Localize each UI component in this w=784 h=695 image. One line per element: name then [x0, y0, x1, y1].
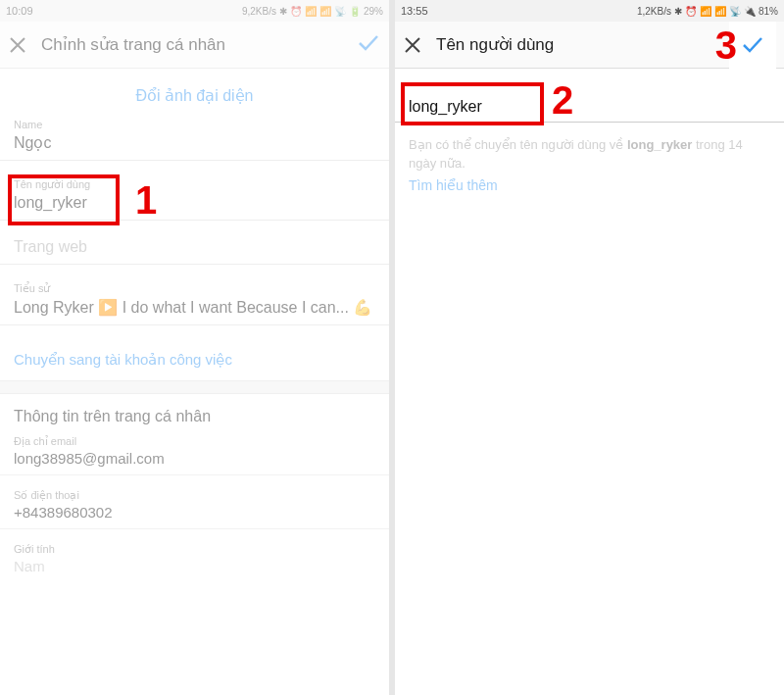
status-icons: ✱ ⏰ 📶 📶 📡 🔌 81% — [674, 6, 778, 17]
battery-pct: 29% — [364, 6, 383, 17]
status-speed: 9,2KB/s — [242, 6, 276, 17]
username-field[interactable]: Tên người dùng long_ryker — [0, 174, 389, 221]
page-title: Tên người dùng — [436, 34, 715, 55]
header-bar: Tên người dùng — [395, 22, 784, 69]
switch-business-link[interactable]: Chuyển sang tài khoản công việc — [0, 339, 389, 380]
helper-bold: long_ryker — [627, 137, 692, 152]
section-divider — [0, 380, 389, 394]
phone-value: +84389680302 — [14, 504, 375, 521]
phone-field[interactable]: Số điện thoại +84389680302 — [0, 485, 389, 529]
bluetooth-icon: ✱ — [674, 6, 682, 17]
dim-overlay — [395, 137, 784, 695]
gender-label: Giới tính — [14, 543, 375, 556]
email-value: long38985@gmail.com — [14, 450, 375, 467]
username-input-value: long_ryker — [409, 98, 770, 116]
name-value: Ngọc — [14, 133, 375, 152]
battery-charging-icon: 🔌 — [744, 6, 756, 17]
header-bar: Chỉnh sửa trang cá nhân — [0, 22, 389, 69]
page-title: Chỉnh sửa trang cá nhân — [41, 34, 342, 55]
alarm-icon: ⏰ — [290, 6, 302, 17]
signal-icon: 📶 — [700, 6, 711, 17]
gender-value: Nam — [14, 558, 375, 574]
learn-more-link[interactable]: Tìm hiểu thêm — [395, 175, 784, 195]
name-field[interactable]: Name Ngọc — [0, 115, 389, 161]
bio-label: Tiểu sử — [14, 282, 375, 295]
username-label: Tên người dùng — [14, 178, 375, 191]
email-field[interactable]: Địa chỉ email long38985@gmail.com — [0, 431, 389, 475]
battery-pct: 81% — [759, 6, 778, 17]
bio-value: Long Ryker ▶️ I do what I want Because I… — [14, 298, 375, 317]
bluetooth-icon: ✱ — [279, 6, 287, 17]
email-label: Địa chỉ email — [14, 435, 375, 448]
status-time: 13:55 — [401, 5, 428, 17]
confirm-button[interactable] — [729, 22, 776, 69]
confirm-check-icon[interactable] — [356, 30, 381, 60]
status-icons: ✱ ⏰ 📶 📶 📡 🔋 29% — [279, 6, 383, 17]
website-field[interactable]: Trang web — [0, 234, 389, 265]
status-time: 10:09 — [6, 5, 33, 17]
name-label: Name — [14, 119, 375, 130]
change-avatar-link[interactable]: Đổi ảnh đại diện — [0, 69, 389, 115]
username-value: long_ryker — [14, 194, 375, 212]
close-icon[interactable] — [403, 35, 422, 55]
wifi-icon: 📡 — [334, 6, 346, 17]
helper-text: Bạn có thể chuyển tên người dùng về long… — [395, 123, 784, 175]
helper-pre: Bạn có thể chuyển tên người dùng về — [409, 137, 627, 152]
status-speed: 1,2KB/s — [637, 6, 671, 17]
status-bar: 13:55 1,2KB/s ✱ ⏰ 📶 📶 📡 🔌 81% — [395, 0, 784, 22]
signal2-icon: 📶 — [714, 6, 726, 17]
battery-icon: 🔋 — [349, 6, 361, 17]
wifi-icon: 📡 — [729, 6, 741, 17]
alarm-icon: ⏰ — [685, 6, 697, 17]
username-edit-screen: 13:55 1,2KB/s ✱ ⏰ 📶 📶 📡 🔌 81% Tên người … — [395, 0, 784, 695]
signal-icon: 📶 — [305, 6, 317, 17]
close-icon[interactable] — [8, 35, 27, 55]
profile-info-title: Thông tin trên trang cá nhân — [0, 394, 389, 431]
phone-label: Số điện thoại — [14, 489, 375, 502]
website-placeholder: Trang web — [14, 238, 375, 256]
signal2-icon: 📶 — [319, 6, 331, 17]
status-bar: 10:09 9,2KB/s ✱ ⏰ 📶 📶 📡 🔋 29% — [0, 0, 389, 22]
gender-field[interactable]: Giới tính Nam — [0, 539, 389, 582]
edit-profile-screen: 10:09 9,2KB/s ✱ ⏰ 📶 📶 📡 🔋 29% Chỉnh sửa … — [0, 0, 389, 695]
username-input[interactable]: long_ryker — [395, 69, 784, 123]
bio-field[interactable]: Tiểu sử Long Ryker ▶️ I do what I want B… — [0, 278, 389, 325]
